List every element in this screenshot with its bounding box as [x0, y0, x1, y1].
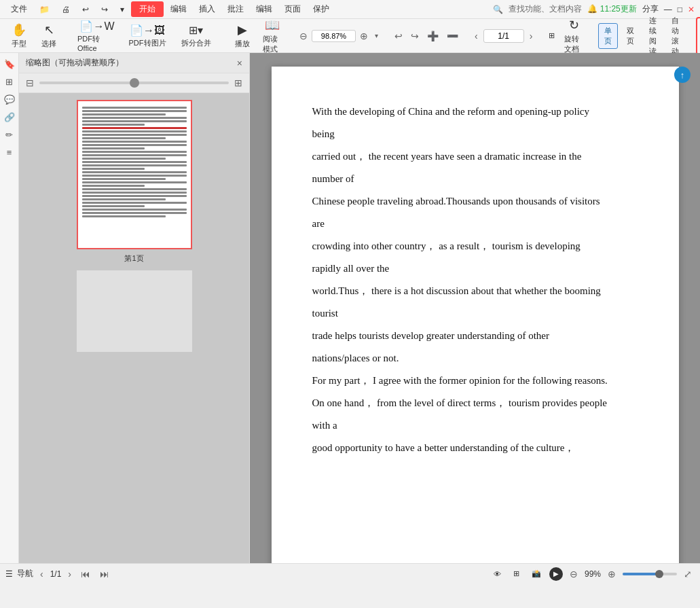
- prev-page-btn[interactable]: ‹: [472, 29, 481, 43]
- continuous-btn[interactable]: 连续阅读: [643, 13, 663, 59]
- menu-redo[interactable]: ↪: [96, 3, 113, 16]
- status-page-display: 1/1: [50, 569, 62, 579]
- thumb-line: [82, 175, 187, 177]
- rotate-doc-btn[interactable]: ↻ 旋转文档: [560, 15, 587, 57]
- pen-strip-btn[interactable]: ✏: [1, 126, 18, 143]
- comment-strip-btn[interactable]: 💬: [1, 91, 18, 107]
- thumbnail-page2[interactable]: [77, 270, 192, 352]
- add-page-btn[interactable]: ➕: [424, 29, 441, 43]
- doc-line-9: world.Thus， there is a hot discussion ab…: [312, 280, 638, 302]
- layers-strip-btn[interactable]: ≡: [1, 144, 18, 160]
- search-label[interactable]: 查找功能、文档内容: [509, 3, 582, 15]
- play-btn[interactable]: ▶ 播放: [229, 20, 256, 52]
- pdf-img-btn[interactable]: 📄→🖼 PDF转图片: [124, 21, 171, 51]
- hand-tool-btn[interactable]: ✋ 手型: [5, 20, 33, 52]
- thumbnail-page1[interactable]: 第1页: [77, 100, 192, 264]
- link-strip-btn[interactable]: 🔗: [1, 109, 18, 125]
- thumb-line: [82, 181, 187, 183]
- menu-file[interactable]: 文件: [5, 2, 33, 16]
- play-status-btn[interactable]: ▶: [549, 567, 563, 581]
- thumb-line: [82, 120, 187, 122]
- menu-protect[interactable]: 页面: [279, 2, 306, 16]
- menu-annotate[interactable]: 插入: [194, 2, 221, 16]
- thumb-page1-label: 第1页: [77, 253, 192, 264]
- translate-panel: ✍ 划词翻译 📋 全文翻译: [696, 17, 700, 55]
- read-mode-label: 阅读模式: [263, 34, 282, 54]
- zoom-input[interactable]: [312, 30, 356, 42]
- thumb-line: [82, 215, 166, 217]
- zoom-dropdown-btn[interactable]: ▾: [372, 31, 381, 41]
- status-first-btn[interactable]: ⏮: [78, 567, 93, 581]
- page-input[interactable]: [483, 29, 524, 43]
- thumb-line: [82, 171, 187, 173]
- thumb-page1-content: [77, 100, 192, 249]
- thumb-line: [82, 178, 166, 180]
- thumb-line: [82, 137, 166, 139]
- status-next-btn[interactable]: ›: [65, 567, 74, 581]
- auto-scroll-btn[interactable]: 自动滚动: [665, 13, 685, 59]
- menu-insert[interactable]: 编辑: [165, 2, 192, 16]
- split-label: 拆分合并: [181, 38, 211, 48]
- thumbnail-btn[interactable]: ⊞: [1, 73, 18, 90]
- doc-line-3: carried out， the recent years have seen …: [312, 145, 638, 168]
- status-last-btn[interactable]: ⏭: [97, 567, 112, 581]
- rotate-ccw-btn[interactable]: ↩: [392, 29, 405, 43]
- sidebar: 缩略图（可拖动调整顺序） × ⊟ ⊞: [19, 53, 250, 563]
- single-page-btn[interactable]: 单页: [598, 23, 618, 49]
- toolbar-row1: ✋ 手型 ↖ 选择 📄→W PDF转Office 📄→🖼 PDF转图片 ⊞▾ 拆…: [0, 19, 700, 53]
- zoom-out-btn[interactable]: ⊖: [297, 29, 310, 43]
- window-close[interactable]: ✕: [688, 5, 695, 14]
- select-tool-btn[interactable]: ↖ 选择: [35, 20, 62, 52]
- zoom-slider-knob[interactable]: [655, 570, 663, 578]
- expand-view-btn[interactable]: ⤢: [681, 567, 695, 581]
- menu-undo[interactable]: ↩: [77, 3, 94, 16]
- sidebar-close-btn[interactable]: ×: [237, 58, 242, 69]
- menu-page[interactable]: 编辑: [251, 2, 278, 16]
- doc-line-14: On one hand， from the level of direct te…: [312, 392, 638, 414]
- menu-edit[interactable]: 批注: [222, 2, 249, 16]
- scroll-to-top-btn[interactable]: ↑: [674, 67, 690, 83]
- bookmark-btn[interactable]: 🔖: [1, 56, 18, 72]
- page-nav: ‹ ›: [472, 29, 535, 43]
- hand-label: 手型: [12, 39, 26, 49]
- thumb-size-large-icon[interactable]: ⊞: [234, 77, 242, 88]
- thumb-size-slider[interactable]: [39, 82, 229, 84]
- thumbnail-controls: ⊟ ⊞: [19, 73, 249, 93]
- status-bar: ☰ 导航 ‹ 1/1 › ⏮ ⏭ 👁 ⊞ 📸 ▶ ⊖ 99% ⊕ ⤢: [0, 563, 700, 584]
- split-btn[interactable]: ⊞▾ 拆分合并: [174, 21, 218, 51]
- zoom-in-btn[interactable]: ⊕: [357, 29, 371, 43]
- fit-btn[interactable]: ⊞: [509, 568, 523, 579]
- zoom-percent-status: 99%: [585, 569, 601, 579]
- status-prev-btn[interactable]: ‹: [37, 567, 46, 581]
- next-page-btn[interactable]: ›: [527, 29, 536, 43]
- double-page-btn[interactable]: 双页: [621, 23, 640, 49]
- document-page: With the developing of China and the ref…: [272, 67, 679, 563]
- snap-btn[interactable]: 📸: [528, 568, 545, 579]
- zoom-in-status-btn[interactable]: ⊕: [605, 567, 619, 581]
- thumb-line: [82, 161, 187, 163]
- doc-line-4: number of: [312, 168, 638, 190]
- zoom-slider[interactable]: [623, 573, 677, 575]
- rotate-cw-btn[interactable]: ↪: [408, 29, 422, 43]
- thumb-size-knob[interactable]: [130, 78, 139, 88]
- thumb-line: [82, 158, 166, 160]
- minus-btn[interactable]: ➖: [444, 29, 461, 43]
- view-thumbnail-btn[interactable]: ⊞: [546, 29, 557, 43]
- start-button[interactable]: 开始: [131, 1, 164, 17]
- menu-print[interactable]: 🖨: [56, 3, 75, 16]
- zoom-out-status-btn[interactable]: ⊖: [567, 567, 581, 581]
- document-text: With the developing of China and the ref…: [312, 101, 638, 459]
- rotate-doc-icon: ↻: [569, 18, 579, 33]
- menu-icon[interactable]: 📁: [34, 3, 55, 16]
- document-view[interactable]: ↑ With the developing of China and the r…: [250, 53, 700, 563]
- thumb-size-small-icon[interactable]: ⊟: [26, 77, 34, 88]
- pdf-office-label: PDF转Office: [77, 34, 117, 52]
- doc-line-15: with a: [312, 414, 638, 437]
- read-mode-btn[interactable]: 📖 阅读模式: [259, 15, 286, 57]
- eye-btn[interactable]: 👁: [490, 569, 505, 579]
- menu-convert[interactable]: 保护: [308, 2, 335, 16]
- pdf-office-icon: 📄→W: [79, 20, 114, 33]
- pdf-office-btn[interactable]: 📄→W PDF转Office: [73, 17, 121, 55]
- menu-more[interactable]: ▾: [115, 3, 130, 16]
- pdf-img-label: PDF转图片: [129, 38, 166, 48]
